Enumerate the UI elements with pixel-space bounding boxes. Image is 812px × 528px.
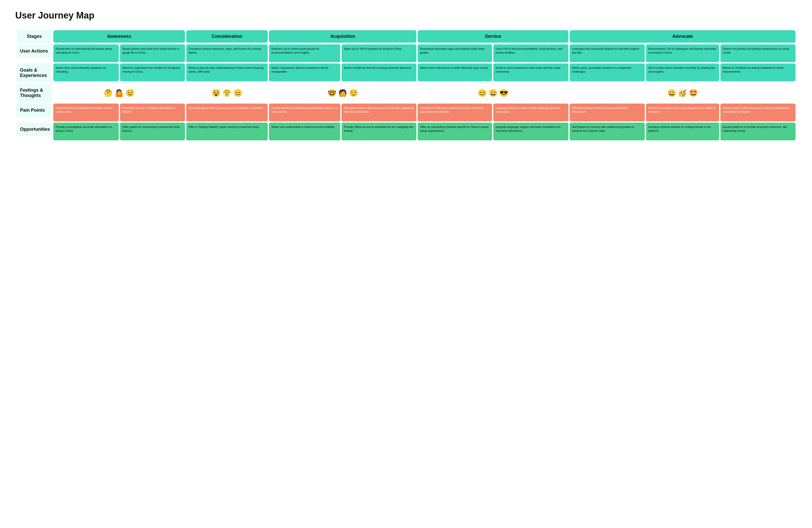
op-card-4: Share user testimonials to build trust a… — [269, 123, 340, 140]
pp-awareness-1: Overwhelmed by scattered information acr… — [53, 103, 119, 122]
pp-service-1: Experiences difficulty in accessing some… — [418, 103, 492, 122]
g-card-2: Wants to understand key hurdles for fore… — [120, 63, 185, 81]
acquisition-header: Acquisition — [269, 30, 416, 43]
ua-card-2: Reads articles and posts from expat foru… — [120, 44, 185, 62]
g-card-3: Wants a step-by-step understanding of in… — [186, 63, 268, 81]
ua-card-5: Signs up for YiSi to prepare for arrival… — [342, 44, 416, 62]
op-awareness-2: Offer guides for overcoming common first… — [120, 123, 185, 140]
pp-acquisition-2: Struggles to find a clear process for ta… — [342, 103, 416, 122]
page-title: User Journey Map — [15, 10, 797, 21]
ua-advocate-2: Recommends YiSi to colleagues and friend… — [646, 44, 719, 62]
op-card-9: Introduce referral rewards for inviting … — [646, 123, 719, 140]
op-advocate-1: Add feature to connect with verified loc… — [570, 123, 645, 140]
ua-awareness-2: Reads articles and posts from expat foru… — [120, 44, 185, 62]
pp-consideration: Uncertain about which resources are trus… — [186, 103, 268, 122]
header-row: Stages Awareness Consideration Acquisiti… — [16, 30, 796, 43]
op-card-8: Add feature to connect with verified loc… — [570, 123, 645, 140]
g-advocate-3: Wants to contribute by adding feedback f… — [721, 63, 796, 82]
pp-advocate-2: Wishes for broader community support as … — [646, 103, 719, 122]
pain-points-row: Pain Points Overwhelmed by scattered inf… — [16, 103, 796, 122]
g-card-5: Seeks confidence that he's making inform… — [342, 63, 416, 81]
ua-card-4: Reaches out to online expat groups for r… — [269, 44, 340, 62]
op-card-1: Provide consolidated, accurate informati… — [53, 123, 119, 140]
g-advocate-2: Aims to help others transition smoothly … — [646, 63, 719, 82]
g-consideration: Wants a step-by-step understanding of in… — [186, 63, 268, 82]
g-service-1: Wants clear instructions to settle effic… — [418, 63, 492, 82]
pp-card-3: Uncertain about which resources are trus… — [186, 103, 268, 122]
f-advocate: 😀 🥳 🤩 — [570, 84, 796, 102]
f-consideration: 😵 😤 😐 — [186, 84, 268, 102]
op-service-1: Offer an onboarding checklist specific t… — [418, 123, 492, 140]
pp-card-7: Language barrier remains a daily challen… — [493, 103, 568, 122]
op-acquisition-2: Provide offline access to essential info… — [342, 123, 416, 140]
pp-service-2: Language barrier remains a daily challen… — [493, 103, 568, 122]
g-card-9: Aims to help others transition smoothly … — [646, 63, 719, 81]
opportunities-label: Opportunities — [16, 123, 52, 136]
stages-header: Stages — [16, 30, 52, 43]
advocate-header: Advocate — [570, 30, 796, 43]
g-acquisition-1: Seeks reassurance that the experience wi… — [269, 63, 340, 82]
pp-card-6: Experiences difficulty in accessing some… — [418, 103, 492, 122]
g-card-6: Wants clear instructions to settle effic… — [418, 63, 492, 81]
g-card-4: Seeks reassurance that the experience wi… — [269, 63, 340, 81]
g-awareness-2: Wants to understand key hurdles for fore… — [120, 63, 185, 82]
ua-card-1: Researches on international job boards a… — [53, 44, 119, 62]
ua-card-9: Recommends YiSi to colleagues and friend… — [646, 44, 719, 62]
ua-card-3: Compares various resources, apps, and fo… — [186, 44, 268, 62]
ua-awareness-1: Researches on international job boards a… — [53, 44, 119, 62]
op-awareness-1: Provide consolidated, accurate informati… — [53, 123, 119, 140]
ua-acquisition-1: Reaches out to online expat groups for r… — [269, 44, 340, 62]
service-header: Service — [418, 30, 568, 43]
ua-card-10: Shares his journey and positive experien… — [721, 44, 796, 62]
g-awareness-1: Seeks clear and trustworthy guidance on … — [53, 63, 119, 82]
op-acquisition-1: Share user testimonials to build trust a… — [269, 123, 340, 140]
consideration-header: Consideration — [186, 30, 268, 43]
ua-service-2: Uses YiSi to find accommodations, local … — [493, 44, 568, 62]
journey-map-table: Stages Awareness Consideration Acquisiti… — [15, 28, 797, 142]
pp-card-4: Unclear process for handling administrat… — [269, 103, 340, 122]
feelings-row: Feelings & Thoughts 🤔 🤷 😟 😵 😤 😐 🤓 🧑 😌 😊 … — [16, 84, 796, 102]
goals-row: Goals & Experiences Seeks clear and trus… — [16, 63, 796, 82]
op-card-2: Offer guides for overcoming common first… — [120, 123, 185, 140]
op-service-2: Integrate language support and basic tra… — [493, 123, 568, 140]
awareness-header: Awareness — [53, 30, 185, 43]
op-card-5: Provide offline access to essential info… — [342, 123, 416, 140]
ua-advocate-3: Shares his journey and positive experien… — [721, 44, 796, 62]
ua-acquisition-2: Signs up for YiSi to prepare for arrival… — [342, 44, 416, 62]
ua-card-8: Leverages the community feature for real… — [570, 44, 645, 62]
op-consideration: Offer a "Getting Started" guide covering… — [186, 123, 268, 140]
ua-consideration: Compares various resources, apps, and fo… — [186, 44, 268, 62]
pain-points-label: Pain Points — [16, 103, 52, 117]
pp-card-10: Notices gaps in niche resources, such as… — [721, 103, 796, 122]
g-card-10: Wants to contribute by adding feedback f… — [721, 63, 796, 81]
op-card-7: Integrate language support and basic tra… — [493, 123, 568, 140]
feelings-label: Feelings & Thoughts — [16, 84, 52, 102]
ua-advocate-1: Leverages the community feature for real… — [570, 44, 645, 62]
f-service: 😊 😄 😎 — [418, 84, 568, 102]
g-acquisition-2: Seeks confidence that he's making inform… — [342, 63, 416, 82]
g-card-8: Wants quick, accessible answers to unexp… — [570, 63, 645, 81]
pp-card-2: Frustrated by lack of reliable informati… — [120, 103, 185, 122]
pp-advocate-1: Difficulty locating certain services and… — [570, 103, 645, 122]
pp-card-8: Difficulty locating certain services and… — [570, 103, 645, 122]
op-card-3: Offer a "Getting Started" guide covering… — [186, 123, 268, 140]
pp-advocate-3: Notices gaps in niche resources, such as… — [721, 103, 796, 122]
goals-label: Goals & Experiences — [16, 63, 52, 82]
f-acquisition: 🤓 🧑 😌 — [269, 84, 416, 102]
g-service-2: Seeks to feel connected to both locals a… — [493, 63, 568, 82]
opportunities-row: Opportunities Provide consolidated, accu… — [16, 123, 796, 140]
pp-card-1: Overwhelmed by scattered information acr… — [53, 103, 119, 122]
ua-card-6: Downloads necessary apps and reviews ini… — [418, 44, 492, 62]
f-awareness: 🤔 🤷 😟 — [53, 84, 185, 102]
user-actions-label: User Actions — [16, 44, 52, 58]
pp-acquisition-1: Unclear process for handling administrat… — [269, 103, 340, 122]
op-advocate-2: Introduce referral rewards for inviting … — [646, 123, 719, 140]
op-advocate-3: Expand platform to include long-term res… — [721, 123, 796, 140]
ua-card-7: Uses YiSi to find accommodations, local … — [493, 44, 568, 62]
op-card-10: Expand platform to include long-term res… — [721, 123, 796, 140]
g-card-1: Seeks clear and trustworthy guidance on … — [53, 63, 119, 81]
user-actions-row: User Actions Researches on international… — [16, 44, 796, 62]
g-card-7: Seeks to feel connected to both locals a… — [493, 63, 568, 81]
ua-service-1: Downloads necessary apps and reviews ini… — [418, 44, 492, 62]
pp-awareness-2: Frustrated by lack of reliable informati… — [120, 103, 185, 122]
